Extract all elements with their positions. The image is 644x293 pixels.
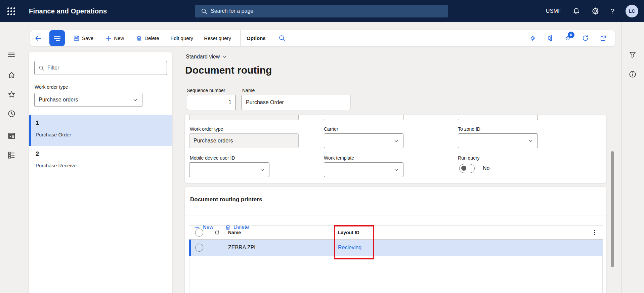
- trash-icon: [136, 35, 142, 41]
- chevron-down-icon: [394, 167, 399, 172]
- command-bar-divider: [240, 30, 241, 46]
- delete-button[interactable]: Delete: [136, 35, 159, 41]
- column-header-layout-id[interactable]: Layout ID: [338, 230, 359, 235]
- left-navigation-rail: [0, 22, 23, 293]
- app-title: Finance and Operations: [29, 7, 107, 15]
- list-item-name: Purchase Order: [29, 127, 172, 137]
- list-divider: [32, 180, 169, 180]
- filter-input[interactable]: Filter: [34, 61, 167, 75]
- attachments-count-badge: 0: [568, 32, 574, 38]
- filter-search-icon: [39, 65, 44, 71]
- settings-gear-icon[interactable]: [591, 7, 599, 15]
- edit-query-button[interactable]: Edit query: [171, 35, 194, 41]
- chevron-down-icon: [394, 138, 399, 143]
- info-message-icon[interactable]: [629, 70, 637, 78]
- carrier-label: Carrier: [324, 126, 338, 132]
- power-apps-icon[interactable]: [529, 35, 536, 42]
- options-menu[interactable]: Options: [247, 35, 266, 41]
- filter-placeholder: Filter: [47, 65, 59, 71]
- work-template-select[interactable]: [324, 162, 403, 177]
- chevron-down-icon: [260, 167, 265, 172]
- run-query-label: Run query: [458, 155, 480, 161]
- refresh-icon[interactable]: [582, 34, 589, 42]
- sequence-number-label: Sequence number: [187, 88, 225, 93]
- back-icon[interactable]: [34, 34, 42, 42]
- grid-refresh-icon[interactable]: [214, 229, 220, 236]
- list-item-number: 2: [29, 146, 172, 158]
- modules-icon[interactable]: [7, 151, 16, 159]
- mobile-device-user-select[interactable]: [189, 162, 269, 177]
- list-item-purchase-order[interactable]: 1 Purchase Order: [29, 115, 172, 146]
- toggle-knob: [461, 166, 466, 171]
- chevron-down-icon: [133, 97, 138, 102]
- carrier-select[interactable]: [324, 133, 403, 148]
- work-order-type-select[interactable]: Purchase orders: [34, 93, 142, 107]
- list-item-number: 1: [29, 115, 172, 127]
- details-section: Work order type Carrier To zone ID Purch…: [185, 115, 606, 183]
- row-name-cell[interactable]: ZEBRA ZPL: [225, 240, 335, 256]
- expand-menu-icon[interactable]: [7, 50, 16, 59]
- section-divider: [185, 215, 606, 215]
- save-icon: [73, 35, 80, 41]
- work-order-type-label: Work order type: [190, 126, 223, 132]
- grid-empty-area: [189, 256, 603, 293]
- user-avatar[interactable]: LC: [626, 5, 638, 17]
- name-label: Name: [242, 88, 255, 93]
- grid-row-zebra-zpl[interactable]: ZEBRA ZPL Recieving: [189, 240, 603, 256]
- workspaces-icon[interactable]: [7, 131, 16, 140]
- vertical-scrollbar[interactable]: [611, 151, 614, 267]
- notifications-bell-icon[interactable]: [572, 7, 580, 15]
- new-button[interactable]: New: [105, 35, 124, 41]
- attachments-icon[interactable]: 0: [564, 35, 571, 42]
- right-panel-rail: [621, 22, 644, 293]
- app-launcher-icon[interactable]: [0, 0, 23, 22]
- help-icon[interactable]: ?: [610, 7, 614, 15]
- work-template-label: Work template: [324, 155, 354, 161]
- filter-pane-icon[interactable]: [629, 51, 637, 59]
- clipped-field: [324, 115, 403, 120]
- mobile-device-user-label: Mobile device user ID: [190, 155, 235, 161]
- select-all-checkbox[interactable]: [195, 228, 203, 237]
- search-placeholder: Search for a page: [211, 8, 253, 14]
- row-layout-id-cell[interactable]: Recieving: [335, 240, 603, 256]
- work-order-type-label: Work order type: [35, 84, 68, 90]
- list-item-name: Purchase Receive: [29, 158, 172, 168]
- section-title: Document routing printers: [190, 196, 262, 203]
- open-in-new-window-icon[interactable]: [600, 35, 607, 42]
- run-query-toggle[interactable]: [459, 164, 475, 173]
- recent-clock-icon[interactable]: [7, 109, 16, 118]
- favorites-star-icon[interactable]: [7, 90, 16, 99]
- sequence-number-field[interactable]: 1: [187, 95, 236, 110]
- save-button[interactable]: Save: [73, 35, 93, 41]
- office-apps-icon[interactable]: [547, 35, 554, 42]
- reset-query-button[interactable]: Reset query: [204, 35, 231, 41]
- printers-grid: Name Layout ID ⋮ ZEBRA ZPL Recieving: [189, 225, 603, 293]
- page-title: Document routing: [185, 65, 272, 76]
- grid-header-row: Name Layout ID ⋮: [189, 225, 603, 240]
- app-bar-menu-button[interactable]: [49, 30, 65, 46]
- add-icon: [105, 35, 112, 41]
- clipped-field: [458, 115, 538, 120]
- name-field[interactable]: Purchase Order: [242, 95, 350, 110]
- run-query-value: No: [483, 165, 489, 171]
- work-order-type-field: Purchase orders: [189, 133, 299, 148]
- top-navigation-bar: Finance and Operations Search for a page…: [0, 0, 644, 22]
- command-search-icon[interactable]: [278, 35, 286, 42]
- column-header-name[interactable]: Name: [225, 225, 335, 239]
- grid-more-options-icon[interactable]: ⋮: [592, 229, 603, 236]
- chevron-down-icon: [222, 54, 227, 59]
- to-zone-id-label: To zone ID: [458, 126, 480, 132]
- search-icon: [201, 8, 207, 14]
- view-selector[interactable]: Standard view: [186, 54, 227, 60]
- to-zone-id-select[interactable]: [458, 133, 538, 148]
- clipped-field: [189, 115, 299, 120]
- chevron-down-icon: [528, 138, 533, 143]
- company-selector[interactable]: USMF: [546, 8, 562, 14]
- command-bar: Save New Delete Edit query Reset query O…: [30, 30, 615, 46]
- document-routing-printers-section: Document routing printers New Delete Nam…: [185, 187, 606, 293]
- list-panel: Filter Work order type Purchase orders 1…: [29, 52, 172, 293]
- global-search-input[interactable]: Search for a page: [195, 5, 448, 17]
- home-icon[interactable]: [7, 71, 16, 79]
- list-item-purchase-receive[interactable]: 2 Purchase Receive: [29, 146, 172, 180]
- row-select-checkbox[interactable]: [195, 244, 203, 252]
